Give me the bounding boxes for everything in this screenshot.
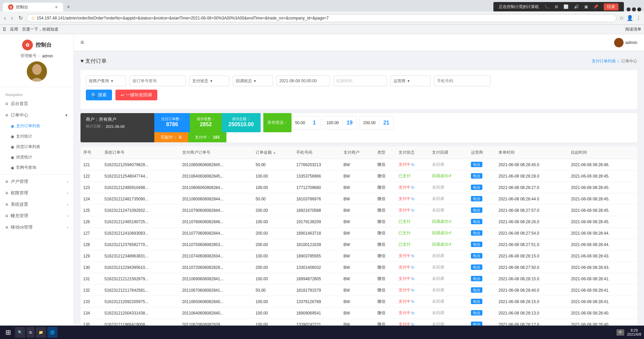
cell-type: 微信	[375, 307, 396, 319]
start-date-picker[interactable]: 2021-06-08 00:00:00	[276, 76, 330, 86]
sidebar-item-supply-list[interactable]: ◉ 供货订单列表	[0, 142, 73, 152]
pay-status-badge: 已支付	[398, 231, 411, 235]
operator-select[interactable]: 运营商 ▼	[390, 76, 431, 86]
cell-sys-order: S16231212121562879...	[102, 273, 179, 285]
cell-pay-status: 支付中 ↻	[396, 250, 430, 262]
cell-operator: 电信	[468, 262, 496, 273]
cell-phone: 17712709680	[293, 182, 341, 193]
cell-pay-order: 20110640608082840...	[179, 307, 253, 319]
sidebar-item-wallet-mgmt[interactable]: ≡ 幢充管理 ›	[0, 210, 73, 222]
inv-block-1: 50.00 1	[291, 116, 320, 130]
col-amount[interactable]: 订单金额 ▲	[253, 146, 293, 159]
pay-status-badge: 支付中 ↻	[398, 185, 427, 190]
search-button[interactable]: 🔍 搜索	[86, 90, 112, 100]
payment-stats-bullet: ◉	[11, 134, 14, 139]
table-row[interactable]: 121 S16231212594079828... 20110850608082…	[80, 159, 637, 171]
sidebar-item-home[interactable]: ≡ 后台首页	[0, 98, 73, 109]
new-tab-button[interactable]: +	[63, 3, 74, 11]
end-control-button[interactable]: 结束	[604, 3, 619, 10]
account-expand-icon: ›	[67, 180, 68, 184]
main-content: ≡ admin ♥ 支付订单 支付订单列表 › 订单中心	[74, 34, 644, 326]
menu-button[interactable]: ⋮	[636, 15, 641, 21]
reading-list[interactable]: 阅读清单	[625, 27, 641, 32]
matching-label: 匹配中：	[161, 135, 177, 140]
close-window-button[interactable]: ×	[637, 7, 641, 11]
browser-tab[interactable]: ✿ 控制台 ×	[3, 3, 63, 11]
user-info[interactable]: admin	[614, 38, 637, 47]
sidebar-item-sys-settings[interactable]: ≡ 系统设置 ›	[0, 199, 73, 210]
nav-section: Navigation ≡ 后台首页 ≡ 订单中心 ▼ ◉ 支付订单列表 ◉ 支付…	[0, 87, 73, 236]
sidebar-item-account-mgmt[interactable]: ≡ 卢户管理 ›	[0, 176, 73, 187]
task-view-button[interactable]: ⧉	[26, 327, 35, 338]
callback-status-select[interactable]: 回调状态 ▼	[233, 76, 273, 86]
callback-status-label: 回调状态	[236, 78, 252, 84]
minimize-button[interactable]	[627, 7, 631, 11]
table-row[interactable]: 131 S16231212121562879... 20110690608082…	[80, 273, 637, 285]
table-row[interactable]: 126 S16231212465190725... 20110780608082…	[80, 216, 637, 228]
col-id: 序号	[80, 146, 102, 159]
sidebar-item-order-center[interactable]: ≡ 订单中心 ▼	[0, 109, 73, 121]
refund-button[interactable]: ↩ 一键补发回调	[115, 90, 157, 100]
col-start-time: 拉起时间	[568, 146, 637, 159]
official-query-bullet: ◉	[11, 165, 14, 170]
sidebar-item-mobile-ck[interactable]: ≡ 移动ck管理 ›	[0, 222, 73, 233]
table-row[interactable]: 133 S16231212092205975... 20110650608082…	[80, 296, 637, 307]
table-row[interactable]: 132 S16231212117642581... 20110670608082…	[80, 285, 637, 296]
phone-input[interactable]	[434, 76, 490, 86]
browser-taskbar-button[interactable]: 🌐	[47, 327, 57, 338]
cell-sys-order: S16231212548047744...	[102, 171, 179, 182]
top-bar: ≡ admin	[74, 34, 644, 51]
table-row[interactable]: 130 S16231212294395610... 20110720608082…	[80, 262, 637, 273]
paying-block: 支付中： 183	[188, 132, 226, 142]
menu-toggle-button[interactable]: ≡	[80, 39, 84, 46]
baidu-bookmark[interactable]: 百度一下，你就知道	[22, 27, 58, 32]
cell-merchant: BW	[341, 307, 375, 319]
bookmarks-label[interactable]: 应用	[10, 27, 18, 32]
cell-merchant: BW	[341, 228, 375, 239]
col-pay-status: 支付状态	[396, 146, 430, 159]
profile-button[interactable]: 👤	[627, 15, 633, 21]
breadcrumb-home[interactable]: 支付订单列表	[592, 58, 616, 64]
close-tab-button[interactable]: ×	[55, 4, 58, 10]
table-row[interactable]: 127 S16231212410683083... 20110770608082…	[80, 228, 637, 239]
table-row[interactable]: 135 S16231211966419008... 20110620608082…	[80, 319, 637, 326]
table-row[interactable]: 129 S16231212348963831... 20110740608082…	[80, 250, 637, 262]
sidebar-item-perm-mgmt[interactable]: ≡ 权限管理 ›	[0, 187, 73, 199]
sidebar-item-official-query[interactable]: ◉ 官网号查询	[0, 162, 73, 173]
table-row[interactable]: 123 S16231212485910498... 20110806060808…	[80, 182, 637, 193]
table-row[interactable]: 125 S16231212471092932... 20110790608082…	[80, 205, 637, 216]
refresh-button[interactable]: ↻	[17, 13, 24, 22]
sidebar-item-payment-list[interactable]: ◉ 支付订单列表	[0, 121, 73, 131]
callback-badge: 未回调	[432, 265, 444, 270]
cell-type: 微信	[375, 262, 396, 273]
search-taskbar-button[interactable]: 🔍	[15, 327, 25, 338]
maximize-button[interactable]	[632, 7, 636, 11]
payment-status-select[interactable]: 支付状态 ▼	[189, 76, 229, 86]
merchant-select[interactable]: 按商户查询 ▼	[86, 76, 126, 86]
display-icon: ▣	[584, 4, 588, 9]
back-button[interactable]: ‹	[3, 14, 7, 22]
cell-callback: 未回调	[429, 182, 468, 193]
forward-button[interactable]: ›	[10, 14, 14, 22]
cell-operator: 电信	[468, 216, 496, 228]
end-date-picker[interactable]: 结束时间	[333, 76, 387, 86]
order-no-input[interactable]	[129, 76, 186, 86]
cell-id: 131	[80, 273, 102, 285]
address-bar[interactable]: ⚠ 154.197.48.141/admin/order/listOrder?o…	[27, 14, 616, 22]
sidebar-item-supply-stats[interactable]: ◉ 供货统计	[0, 152, 73, 162]
inv-block-2: 100.00 19	[323, 116, 357, 130]
bookmark-button[interactable]: ☆	[619, 15, 624, 21]
start-button[interactable]: ⊞	[3, 327, 14, 338]
sidebar-item-payment-stats[interactable]: ◉ 支付统计	[0, 131, 73, 142]
search-taskbar-icon: 🔍	[18, 330, 22, 335]
table-row[interactable]: 128 S16231212376582770... 20110750608082…	[80, 239, 637, 250]
sidebar-header: ✿ 控制台 管理账号： admin	[0, 34, 73, 87]
supply-list-bullet: ◉	[11, 145, 14, 149]
table-row[interactable]: 124 S16231212481735090... 20110800608082…	[80, 193, 637, 205]
explorer-button[interactable]: 📁	[36, 327, 46, 338]
table-row[interactable]: 134 S16231212004331438... 20110640608082…	[80, 307, 637, 319]
cell-type: 微信	[375, 216, 396, 228]
wallet-nav-icon: ≡	[5, 213, 8, 219]
cell-start-time: 2021-06-08 08:28:44.	[568, 239, 637, 250]
table-row[interactable]: 122 S16231212548047744... 20110840608082…	[80, 171, 637, 182]
